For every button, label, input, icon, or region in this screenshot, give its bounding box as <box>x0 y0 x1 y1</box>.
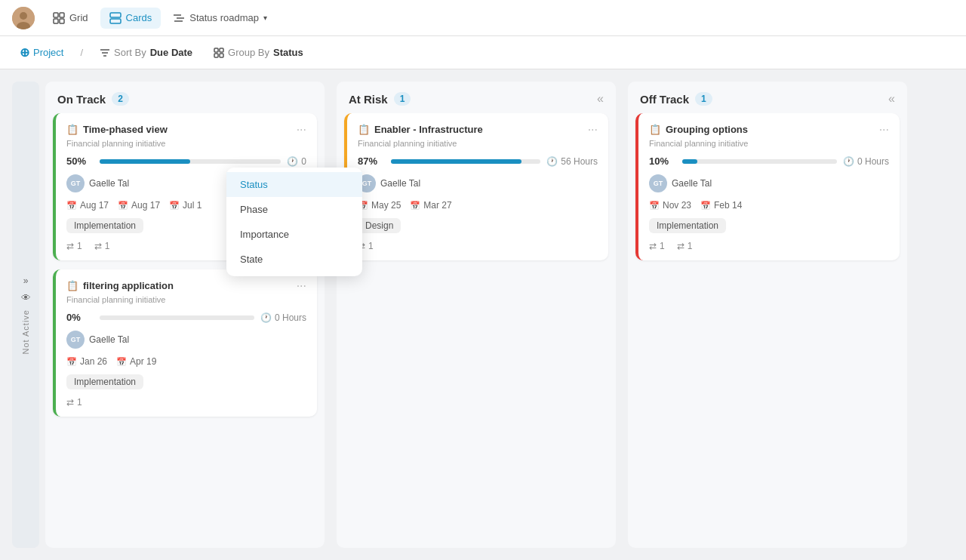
user-initials-2: GT <box>71 336 81 343</box>
card-header-1: 📋 Time-phased view ··· <box>66 124 306 136</box>
card-title-1: 📋 Time-phased view <box>66 124 168 135</box>
tag-2: Implementation <box>66 374 143 389</box>
clock-icon-4: 🕐 <box>843 156 854 167</box>
user-avatar-2: GT <box>66 331 85 349</box>
user-initials-4: GT <box>654 180 663 187</box>
cal-icon-2b: 📅 <box>116 357 127 367</box>
collapse-at-risk-btn[interactable]: « <box>597 92 604 106</box>
tag-4: Implementation <box>649 218 726 233</box>
dropdown-item-phase[interactable]: Phase <box>226 197 362 222</box>
svg-rect-3 <box>54 13 58 17</box>
column-on-track: On Track 2 📋 Time-phased view ··· Financ… <box>45 82 325 548</box>
on-track-badge: 2 <box>112 92 129 106</box>
toolbar: ⊕ Project / Sort By Due Date Group By St… <box>0 36 966 69</box>
avatar-row-4: GT Gaelle Tal <box>649 174 889 192</box>
link-icon-2: ⇄ <box>66 397 74 408</box>
branch-icon-1: ⇄ <box>66 241 74 251</box>
footer-right-4: ⇄ 1 <box>677 241 693 251</box>
column-header-off-track: Off Track 1 « <box>628 82 907 113</box>
task-icon-2: 📋 <box>66 280 78 291</box>
card-title-2: 📋 filtering application <box>66 280 174 291</box>
card-more-btn-2[interactable]: ··· <box>297 280 306 292</box>
roadmap-icon <box>173 12 185 24</box>
clock-icon-2: 🕐 <box>260 312 272 323</box>
user-initials-1: GT <box>71 180 81 187</box>
off-track-label: Off Track <box>640 93 689 106</box>
task-icon-1: 📋 <box>66 124 78 135</box>
svg-rect-17 <box>214 54 218 57</box>
collapse-off-track-btn[interactable]: « <box>888 92 895 106</box>
avatar-row-3: GT Gaelle Tal <box>358 174 598 192</box>
card-subtitle-3: Financial planning initiative <box>358 139 598 148</box>
clock-icon-3: 🕐 <box>546 156 558 167</box>
card-grouping-options: 📋 Grouping options ··· Financial plannin… <box>635 113 900 260</box>
card-enabler: 📋 Enabler - Infrastructure ··· Financial… <box>344 113 608 260</box>
dates-row-2: 📅 Jan 26 📅 Apr 19 <box>66 356 306 367</box>
svg-rect-5 <box>54 19 58 23</box>
card-more-btn-3[interactable]: ··· <box>588 124 598 136</box>
cal-icon-1c: 📅 <box>169 201 180 211</box>
progress-bar-fill-3 <box>391 159 521 164</box>
card-title-text-3: Enabler - Infrastructure <box>374 124 483 135</box>
cal-icon-1a: 📅 <box>66 201 77 211</box>
card-footer-3: ⇄ 1 <box>358 241 598 251</box>
progress-bar-bg-4 <box>682 159 837 164</box>
progress-row-2: 0% 🕐 0 Hours <box>66 312 306 323</box>
hours-2: 🕐 0 Hours <box>260 312 306 323</box>
project-label: Project <box>33 47 63 58</box>
task-icon-4: 📋 <box>649 124 661 135</box>
card-more-btn-4[interactable]: ··· <box>879 124 889 136</box>
tag-1: Implementation <box>66 218 143 233</box>
dates-row-3: 📅 May 25 📅 Mar 27 <box>358 200 598 211</box>
dropdown-item-state[interactable]: State <box>226 247 362 272</box>
progress-row-3: 87% 🕐 56 Hours <box>358 155 598 167</box>
at-risk-label: At Risk <box>349 93 388 106</box>
dropdown-item-status[interactable]: Status <box>226 172 362 197</box>
cards-view-btn[interactable]: Cards <box>100 8 162 29</box>
svg-rect-8 <box>110 19 121 23</box>
tag-3: Design <box>358 218 401 233</box>
progress-pct-4: 10% <box>649 155 676 167</box>
column-title-at-risk: At Risk 1 <box>349 92 411 106</box>
column-header-on-track: On Track 2 <box>45 82 325 113</box>
off-track-badge: 1 <box>695 92 712 106</box>
group-by-dropdown: Status Phase Importance State <box>226 168 362 276</box>
sort-btn[interactable]: Sort By Due Date <box>92 43 200 62</box>
card-subtitle-1: Financial planning initiative <box>66 139 306 148</box>
footer-left-4: ⇄ 1 <box>649 241 665 251</box>
svg-rect-16 <box>220 48 223 52</box>
avatar[interactable] <box>12 7 35 29</box>
avatar-row-2: GT Gaelle Tal <box>66 331 306 349</box>
grid-view-btn[interactable]: Grid <box>44 8 97 29</box>
dates-row-4: 📅 Nov 23 📅 Feb 14 <box>649 200 889 211</box>
progress-pct-2: 0% <box>66 312 94 323</box>
date-3a: 📅 May 25 <box>358 200 401 211</box>
sidebar-collapse-btn[interactable]: » 👁 Not Active <box>12 82 39 548</box>
footer-right-1: ⇄ 1 <box>94 241 110 251</box>
progress-bar-bg-1 <box>100 159 281 164</box>
group-btn[interactable]: Group By Status <box>206 43 311 62</box>
group-value: Status <box>273 47 303 58</box>
sort-label: Sort By <box>114 47 146 58</box>
cal-icon-2a: 📅 <box>66 357 77 367</box>
progress-bar-fill-1 <box>100 159 190 164</box>
at-risk-badge: 1 <box>394 92 411 106</box>
progress-bar-fill-4 <box>682 159 697 164</box>
status-roadmap-btn[interactable]: Status roadmap ▾ <box>164 8 276 29</box>
cal-icon-1b: 📅 <box>118 201 128 211</box>
cal-icon-3b: 📅 <box>410 201 420 211</box>
date-3b: 📅 Mar 27 <box>410 200 451 211</box>
user-avatar-1: GT <box>66 174 85 192</box>
date-1a: 📅 Aug 17 <box>66 200 109 211</box>
add-project-btn[interactable]: ⊕ Project <box>12 42 71 63</box>
card-footer-2: ⇄ 1 <box>66 397 306 408</box>
svg-rect-18 <box>220 54 223 57</box>
card-subtitle-4: Financial planning initiative <box>649 139 889 148</box>
progress-bar-bg-3 <box>391 159 540 164</box>
roadmap-label: Status roadmap <box>189 12 259 23</box>
sort-icon <box>100 48 110 58</box>
plus-icon: ⊕ <box>20 45 29 60</box>
card-more-btn-1[interactable]: ··· <box>297 124 306 136</box>
dropdown-item-importance[interactable]: Importance <box>226 222 362 247</box>
grid-icon <box>53 12 65 24</box>
